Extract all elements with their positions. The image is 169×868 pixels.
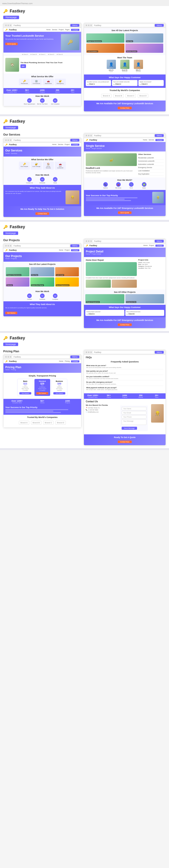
nav-pages[interactable]: Pages: [65, 29, 70, 31]
service-card-3[interactable]: 🔐 Emergency: [55, 79, 66, 85]
nav4-pricing[interactable]: Pricing: [65, 360, 70, 363]
sidebar-svc-0[interactable]: Residential Locksmith: [138, 156, 164, 159]
svc-card-3[interactable]: 🚗 Auto Locksmith: [55, 162, 66, 170]
form-message[interactable]: Your Message: [122, 420, 146, 425]
emergency-btn-3[interactable]: Contact Now: [118, 323, 131, 326]
emergency-btn[interactable]: Contact Now: [118, 107, 131, 109]
browser-btn-4[interactable]: Menu: [70, 355, 79, 358]
svc-card-2[interactable]: 🏠 Home Security: [43, 162, 54, 170]
nav2-cta[interactable]: Contact: [71, 144, 79, 146]
nav2-service[interactable]: Service: [58, 144, 63, 146]
faq-4[interactable]: What payment methods do you accept? We a…: [86, 386, 163, 392]
emergency-btn-2[interactable]: Get A Quote: [118, 211, 131, 214]
nav3-home[interactable]: Home: [59, 249, 63, 251]
other-proj-1[interactable]: Fixing Iron Ore: [125, 294, 164, 303]
mock-nav-2: 🔑 Fastkey Home Service Project Contact: [3, 143, 81, 147]
nav-service[interactable]: Service: [52, 29, 57, 31]
proj3-2[interactable]: Lock Install: [55, 267, 79, 276]
nav4-cta[interactable]: Contact: [71, 360, 79, 363]
sidebar-svc-4[interactable]: Lock Installation: [138, 169, 164, 173]
proj3-5[interactable]: Key & Replacement: [55, 277, 79, 286]
homepage-layout: Fastkey Menu 🔑 Fastkey Home Service Proj…: [3, 23, 166, 112]
service-icon-3: 🔐: [56, 80, 65, 82]
test-author-1: — Client 2: [113, 83, 136, 85]
service-card-0[interactable]: 🔑 Residential: [19, 79, 30, 85]
sidebar-svc-2[interactable]: Automotive Locksmith: [138, 163, 164, 166]
sidebar-svc-1[interactable]: Commercial Locksmith: [138, 159, 164, 163]
nav-cta[interactable]: Contact: [71, 29, 79, 31]
faq-2[interactable]: Are your locksmiths certified? Yes, all …: [86, 375, 163, 380]
nav2-home[interactable]: Home: [52, 144, 56, 146]
contact-cta-btn[interactable]: Contact Now: [118, 440, 131, 443]
shw-c2: 🔧: [129, 182, 134, 187]
fstat-lbl-0: Complete Work: [86, 397, 100, 398]
price-standard[interactable]: Standard $29 /mo 15 ServicesPriority Sup…: [34, 379, 50, 396]
project-detail-content: Home Door Repair Complete home door repa…: [84, 257, 166, 289]
proj3-1[interactable]: Door Key: [30, 267, 54, 276]
test-btn-3[interactable]: Get Started: [5, 312, 17, 314]
proj3-0[interactable]: Repair & Maintenance: [6, 267, 30, 276]
form-email[interactable]: Your Email: [122, 411, 146, 414]
proj-0[interactable]: Repair & Maintenance: [86, 33, 124, 43]
browser-url-3r: Fastkey: [93, 240, 154, 243]
project-description: Complete home door repair and lock repla…: [86, 277, 137, 279]
services-badge[interactable]: Innerpage: [3, 126, 18, 129]
price-business[interactable]: Business $49 /mo Unlimited24/7 SupportUn…: [51, 379, 68, 396]
form-name[interactable]: Your Name: [122, 407, 146, 410]
proj-2[interactable]: Lock Installation: [86, 43, 124, 53]
proj3-lbl-4: Home Door Repair: [31, 284, 44, 286]
browser-btn-1[interactable]: Menu: [70, 24, 79, 27]
proj-3[interactable]: Security System: [125, 43, 164, 53]
plan-btn-0[interactable]: Get Started: [19, 392, 31, 395]
right-projects: See All Our Latest Projects Repair & Mai…: [84, 28, 166, 55]
browser-btn-1r[interactable]: Menu: [155, 24, 164, 27]
fstat-3: 250 Awards: [134, 394, 147, 398]
nav-project[interactable]: Project: [59, 29, 64, 31]
faq-1[interactable]: How quickly can you arrive? We typically…: [86, 369, 163, 375]
price-basic[interactable]: Basic $15 /mo 5 ServicesBasic Support1 L…: [17, 379, 33, 396]
browser-btn-3[interactable]: Menu: [70, 244, 79, 247]
svc-card-1[interactable]: 🔐 Lock Change: [31, 162, 42, 170]
nav4-home[interactable]: Home: [59, 360, 64, 363]
other-proj-0[interactable]: Repair & Equipment: [85, 294, 124, 303]
nav3r-cta[interactable]: Contact: [156, 245, 164, 247]
hero-btn[interactable]: Get A Quote: [5, 43, 18, 45]
brand-icon-homepage: 🔑: [3, 9, 8, 13]
nav3r-project[interactable]: Project: [149, 245, 154, 247]
sidebar-svc-5[interactable]: Key Duplication: [138, 173, 164, 176]
cta-btn-2[interactable]: Contact Now: [35, 212, 49, 215]
nav3-cta[interactable]: Contact: [71, 249, 79, 251]
browser-btn-2r[interactable]: Menu: [155, 134, 164, 137]
template-pricing: 🔑 Fastkey Innerpage Pricing Plan Fastkey…: [0, 333, 169, 450]
form-submit[interactable]: Send Message: [122, 427, 137, 430]
nav2r-home[interactable]: Home: [143, 139, 147, 141]
svc-card-0[interactable]: 🔑 Door Repair: [19, 162, 30, 170]
plan-btn-1[interactable]: Get Started: [36, 392, 48, 395]
faq-0[interactable]: What areas do you serve? We serve all me…: [86, 364, 163, 369]
nav2r-cta[interactable]: Contact: [156, 139, 164, 141]
nav2r-service[interactable]: Service: [149, 139, 154, 141]
proj3-3[interactable]: Security: [6, 277, 30, 286]
proj-1[interactable]: Door Key: [125, 33, 164, 43]
ppr-line-0: [5, 409, 68, 410]
contact-content: We Are Based On Florida 📍 123 Main Stree…: [84, 403, 166, 434]
form-phone[interactable]: Your Phone: [122, 415, 146, 419]
services-cards: 🔑 Residential 🏢 Commercial 🚗 Automotive: [5, 79, 79, 85]
homepage-badge[interactable]: Homepage: [3, 16, 19, 19]
faq-3[interactable]: Do you offer emergency services? Yes, we…: [86, 380, 163, 386]
proj3-4[interactable]: Home Door Repair: [30, 277, 54, 286]
nav-home[interactable]: Home: [46, 29, 51, 31]
nav3-project[interactable]: Project: [65, 249, 70, 251]
pricing-badge[interactable]: Innerpage: [3, 343, 18, 346]
browser-btn-3r[interactable]: Menu: [155, 240, 164, 243]
projects-badge[interactable]: Innerpage: [3, 231, 18, 235]
browser-btn-4r[interactable]: Menu: [155, 351, 164, 354]
service-card-2[interactable]: 🚗 Automotive: [43, 79, 54, 85]
sidebar-svc-3[interactable]: Emergency Service: [138, 166, 164, 169]
dot-3r2: [88, 241, 89, 242]
nav3r-home[interactable]: Home: [143, 245, 147, 247]
service-card-1[interactable]: 🏢 Commercial: [31, 79, 42, 85]
nav2-project[interactable]: Project: [65, 144, 70, 146]
plan-btn-2[interactable]: Get Started: [53, 392, 65, 395]
browser-btn-2[interactable]: Menu: [70, 139, 79, 142]
